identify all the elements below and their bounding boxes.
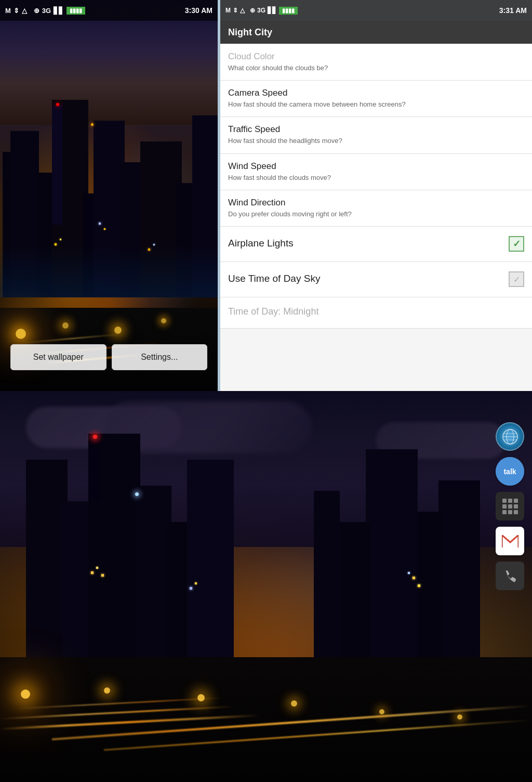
right-status-bar: M ⇕ △ ⊕ 3G ▋▋ ▮▮▮▮ 3:31 AM: [220, 0, 532, 21]
tower-top: [88, 439, 101, 501]
setting-title-time-of-day-sky: Use Time of Day Sky: [228, 273, 509, 284]
setting-title-traffic-speed: Traffic Speed: [228, 124, 524, 135]
building-light-blue: [135, 492, 139, 496]
setting-text-wind-direction: Wind Direction Do you prefer clouds movi…: [228, 198, 524, 219]
setting-text-traffic-speed: Traffic Speed How fast should the headli…: [228, 124, 524, 146]
win-light-6: [413, 577, 415, 579]
setting-subtitle-wind-speed: How fast should the clouds move?: [228, 173, 524, 183]
settings-button[interactable]: Settings...: [112, 344, 208, 370]
setting-item-time-of-day-sky[interactable]: Use Time of Day Sky ✓: [220, 262, 532, 297]
setting-item-time-of-day-midnight: Time of Day: Midnight: [220, 297, 532, 329]
win-light-4: [190, 587, 192, 590]
left-city-wallpaper: [0, 0, 218, 391]
top-half: M ⇕ △ ⊕ 3G ▋▋ ▮▮▮▮ 3:30 AM: [0, 0, 532, 391]
globe-app-icon[interactable]: [496, 422, 524, 451]
gmail-svg: [502, 535, 518, 548]
setting-title-wind-direction: Wind Direction: [228, 198, 524, 208]
globe-svg: [500, 427, 520, 447]
right-phone-panel: M ⇕ △ ⊕ 3G ▋▋ ▮▮▮▮ 3:31 AM Night City Cl…: [220, 0, 532, 391]
app-icons-container: talk: [496, 422, 524, 590]
setting-title-airplane-lights: Airplane Lights: [228, 238, 509, 249]
setting-title-midnight: Time of Day: Midnight: [228, 306, 524, 317]
setting-subtitle-camera-speed: How fast should the camera move between …: [228, 100, 524, 109]
setting-subtitle-cloud-color: What color should the clouds be?: [228, 63, 524, 73]
setting-text-midnight: Time of Day: Midnight: [228, 306, 524, 319]
left-status-icons: M ⇕ △ ⊕ 3G ▋▋ ▮▮▮▮: [5, 7, 85, 15]
left-status-time: 3:30 AM: [185, 6, 212, 15]
setting-item-cloud-color[interactable]: Cloud Color What color should the clouds…: [220, 44, 532, 81]
right-status-signal-icon: ▋▋: [268, 7, 277, 14]
setting-title-cloud-color: Cloud Color: [228, 51, 524, 62]
setting-text-camera-speed: Camera Speed How fast should the camera …: [228, 88, 524, 109]
right-status-m-icon: M: [225, 7, 231, 14]
setting-subtitle-traffic-speed: How fast should the headlights move?: [228, 136, 524, 146]
right-status-time: 3:31 AM: [499, 6, 527, 15]
tower-light: [93, 435, 97, 439]
bld-b-r4: [335, 522, 371, 668]
road-surface: [0, 657, 532, 782]
setting-item-wind-speed[interactable]: Wind Speed How fast should the clouds mo…: [220, 154, 532, 190]
setting-text-wind-speed: Wind Speed How fast should the clouds mo…: [228, 161, 524, 183]
right-status-usb-icon: ⇕: [233, 7, 238, 14]
street-lamp-1: [21, 689, 30, 699]
win-light-5: [195, 582, 197, 584]
app-title: Night City: [228, 27, 272, 38]
street-lamp-3: [197, 694, 205, 701]
check-mark-time-of-day: ✓: [513, 275, 520, 284]
right-status-gps-icon: ⊕: [250, 7, 255, 14]
setting-text-cloud-color: Cloud Color What color should the clouds…: [228, 51, 524, 73]
win-light-7: [408, 572, 410, 574]
bottom-wallpaper: talk: [0, 391, 532, 782]
time-of-day-sky-checkbox[interactable]: ✓: [509, 271, 524, 287]
right-status-3g-icon: 3G: [257, 7, 265, 14]
bottom-buttons: Set wallpaper Settings...: [0, 344, 218, 370]
street-lamp-4: [291, 700, 297, 707]
right-status-battery-icon: ▮▮▮▮: [279, 7, 298, 15]
setting-text-airplane-lights: Airplane Lights: [228, 238, 509, 251]
grid-dots: [499, 496, 521, 517]
win-light-1: [91, 571, 94, 574]
bld-b-r5: [314, 491, 340, 668]
setting-subtitle-wind-direction: Do you prefer clouds moving right or lef…: [228, 210, 524, 219]
talk-label: talk: [503, 467, 516, 476]
setting-item-airplane-lights[interactable]: Airplane Lights ✓: [220, 227, 532, 262]
airplane-lights-checkbox[interactable]: ✓: [509, 236, 524, 252]
check-mark-airplane: ✓: [513, 238, 521, 250]
left-status-sync-icon: △: [22, 7, 27, 15]
left-status-gps-icon: ⊕: [34, 7, 39, 15]
phone2-svg: [502, 568, 518, 584]
phone2-app-icon[interactable]: [496, 562, 524, 590]
left-phone-panel: M ⇕ △ ⊕ 3G ▋▋ ▮▮▮▮ 3:30 AM: [0, 0, 218, 391]
app-title-bar: Night City: [220, 21, 532, 44]
street-lamp-2: [104, 687, 110, 694]
set-wallpaper-button[interactable]: Set wallpaper: [10, 344, 107, 370]
left-status-m-icon: M: [5, 7, 11, 15]
gmail-app-icon[interactable]: [496, 527, 524, 555]
left-status-battery-icon: ▮▮▮▮: [66, 7, 85, 15]
win-light-8: [418, 584, 420, 587]
left-status-signal-icon: ▋▋: [54, 7, 64, 15]
left-status-usb-icon: ⇕: [14, 7, 19, 15]
phone-grid-icon[interactable]: [496, 492, 524, 520]
settings-list[interactable]: Cloud Color What color should the clouds…: [220, 44, 532, 391]
win-light-3: [101, 574, 104, 577]
bld-b-r3: [366, 449, 418, 668]
setting-item-camera-speed[interactable]: Camera Speed How fast should the camera …: [220, 81, 532, 117]
left-status-bar: M ⇕ △ ⊕ 3G ▋▋ ▮▮▮▮ 3:30 AM: [0, 0, 218, 21]
right-status-icons: M ⇕ △ ⊕ 3G ▋▋ ▮▮▮▮: [225, 7, 298, 15]
win-light-2: [96, 567, 98, 569]
setting-item-traffic-speed[interactable]: Traffic Speed How fast should the headli…: [220, 117, 532, 153]
setting-item-wind-direction[interactable]: Wind Direction Do you prefer clouds movi…: [220, 190, 532, 227]
left-status-3g-icon: 3G: [42, 7, 51, 15]
setting-text-time-of-day-sky: Use Time of Day Sky: [228, 273, 509, 286]
street-lamp-5: [379, 709, 384, 714]
talk-app-icon[interactable]: talk: [496, 457, 524, 486]
setting-title-wind-speed: Wind Speed: [228, 161, 524, 172]
bld-b-6: [187, 460, 234, 668]
street-lamp-6: [457, 714, 462, 720]
right-status-sync-icon: △: [240, 7, 245, 14]
bld-b-1: [26, 460, 68, 668]
bld-b-r1: [438, 480, 480, 668]
setting-title-camera-speed: Camera Speed: [228, 88, 524, 98]
